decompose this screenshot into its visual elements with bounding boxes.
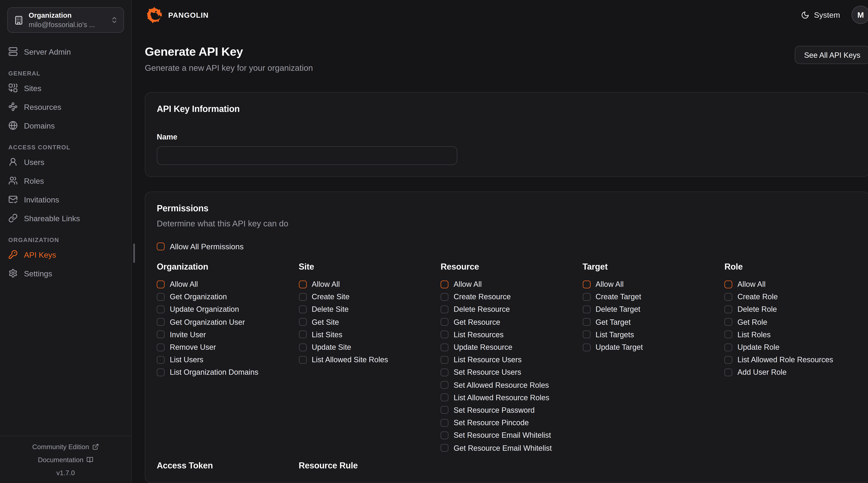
- permission-label: Allow All: [170, 280, 198, 288]
- permission-checkbox-site-list-allowed-site-roles[interactable]: [299, 356, 307, 364]
- permission-checkbox-resource-list-resources[interactable]: [441, 331, 448, 339]
- permission-row-resource-create-resource: Create Resource: [441, 291, 583, 303]
- permission-checkbox-organization-remove-user[interactable]: [157, 343, 164, 351]
- permission-row-role-create-role: Create Role: [724, 291, 858, 303]
- org-selector[interactable]: Organization milo@fossorial.io's ...: [7, 7, 124, 33]
- permissions-card-title: Permissions: [157, 203, 858, 214]
- sidebar-scrollbar-thumb[interactable]: [133, 244, 135, 263]
- sidebar-item-api-keys[interactable]: API Keys: [5, 245, 126, 264]
- permission-checkbox-role-allow-all[interactable]: [724, 280, 732, 288]
- permission-row-resource-get-resource-email-whitelist: Get Resource Email Whitelist: [441, 442, 583, 454]
- sidebar-item-shareable-links[interactable]: Shareable Links: [5, 209, 126, 227]
- permission-label: Allow All: [596, 280, 624, 288]
- permission-checkbox-target-allow-all[interactable]: [583, 280, 590, 288]
- permission-checkbox-role-list-allowed-role-resources[interactable]: [724, 356, 732, 364]
- permission-checkbox-role-delete-role[interactable]: [724, 305, 732, 313]
- permission-label: Delete Resource: [454, 305, 510, 314]
- permission-checkbox-resource-set-resource-email-whitelist[interactable]: [441, 431, 448, 439]
- permission-label: Set Resource Users: [454, 368, 521, 377]
- permission-label: Get Organization User: [170, 318, 245, 326]
- permission-label: Allow All: [738, 280, 766, 288]
- info-card-title: API Key Information: [157, 104, 858, 115]
- theme-toggle[interactable]: System: [801, 10, 840, 19]
- sidebar-item-label: Server Admin: [24, 47, 71, 56]
- permission-checkbox-organization-update-organization[interactable]: [157, 305, 164, 313]
- permission-checkbox-target-delete-target[interactable]: [583, 305, 590, 313]
- permission-row-resource-list-resources: List Resources: [441, 328, 583, 341]
- permission-row-target-get-target: Get Target: [583, 316, 724, 328]
- permission-checkbox-organization-invite-user[interactable]: [157, 331, 164, 339]
- permission-label: Update Resource: [454, 343, 513, 351]
- user-avatar[interactable]: M: [851, 6, 868, 24]
- permission-checkbox-role-add-user-role[interactable]: [724, 368, 732, 376]
- permission-checkbox-target-get-target[interactable]: [583, 318, 590, 326]
- permission-checkbox-role-update-role[interactable]: [724, 343, 732, 351]
- permission-checkbox-target-create-target[interactable]: [583, 293, 590, 301]
- permission-label: List Resource Users: [454, 356, 522, 364]
- documentation-link[interactable]: Documentation: [0, 456, 131, 464]
- sidebar-item-resources[interactable]: Resources: [5, 97, 126, 116]
- permission-checkbox-site-update-site[interactable]: [299, 343, 307, 351]
- permission-checkbox-resource-set-allowed-resource-roles[interactable]: [441, 381, 448, 389]
- permission-checkbox-resource-set-resource-pincode[interactable]: [441, 419, 448, 427]
- permission-row-target-update-target: Update Target: [583, 341, 724, 354]
- permission-checkbox-resource-list-resource-users[interactable]: [441, 356, 448, 364]
- permission-label: Get Resource Email Whitelist: [454, 444, 552, 452]
- permission-checkbox-site-allow-all[interactable]: [299, 280, 307, 288]
- permission-row-organization-allow-all: Allow All: [157, 278, 299, 291]
- sidebar-section-label-general: GENERAL: [8, 70, 126, 76]
- sidebar-item-sites[interactable]: Sites: [5, 78, 126, 97]
- see-all-api-keys-button[interactable]: See All API Keys: [795, 46, 868, 64]
- permission-row-target-delete-target: Delete Target: [583, 303, 724, 316]
- permission-checkbox-resource-delete-resource[interactable]: [441, 305, 448, 313]
- org-selector-text: Organization milo@fossorial.io's ...: [29, 11, 111, 29]
- permission-checkbox-resource-set-resource-password[interactable]: [441, 406, 448, 414]
- permission-checkbox-target-update-target[interactable]: [583, 343, 590, 351]
- permission-checkbox-target-list-targets[interactable]: [583, 331, 590, 339]
- permission-row-site-list-sites: List Sites: [299, 328, 441, 341]
- sidebar-footer-links: Community EditionDocumentation: [0, 443, 131, 464]
- permission-checkbox-organization-allow-all[interactable]: [157, 280, 164, 288]
- sidebar-item-settings[interactable]: Settings: [5, 264, 126, 283]
- permission-label: Set Resource Pincode: [454, 418, 529, 427]
- brand-name: PANGOLIN: [168, 11, 209, 19]
- permission-checkbox-resource-list-allowed-resource-roles[interactable]: [441, 394, 448, 401]
- permission-row-organization-remove-user: Remove User: [157, 341, 299, 354]
- permission-checkbox-resource-create-resource[interactable]: [441, 293, 448, 301]
- sidebar-item-domains[interactable]: Domains: [5, 116, 126, 135]
- permission-checkbox-site-get-site[interactable]: [299, 318, 307, 326]
- permission-label: Add User Role: [738, 368, 786, 377]
- permission-checkbox-organization-get-organization[interactable]: [157, 293, 164, 301]
- permission-checkbox-resource-get-resource[interactable]: [441, 318, 448, 326]
- permission-checkbox-resource-get-resource-email-whitelist[interactable]: [441, 444, 448, 452]
- permission-checkbox-site-list-sites[interactable]: [299, 331, 307, 339]
- section-heading-access-token: Access Token: [157, 460, 299, 470]
- permission-row-organization-list-users: List Users: [157, 353, 299, 366]
- sidebar-item-invitations[interactable]: Invitations: [5, 190, 126, 209]
- permission-label: List Allowed Role Resources: [738, 356, 833, 364]
- permission-checkbox-resource-update-resource[interactable]: [441, 343, 448, 351]
- permission-checkbox-organization-list-organization-domains[interactable]: [157, 368, 164, 376]
- permission-checkbox-role-get-role[interactable]: [724, 318, 732, 326]
- permission-checkbox-resource-set-resource-users[interactable]: [441, 368, 448, 376]
- community-edition-link[interactable]: Community Edition: [0, 443, 131, 451]
- permission-checkbox-resource-allow-all[interactable]: [441, 280, 448, 288]
- permission-label: List Targets: [596, 330, 634, 339]
- permission-label: Create Target: [596, 293, 641, 301]
- key-icon: [8, 250, 18, 259]
- permission-label: Allow All: [454, 280, 482, 288]
- permission-checkbox-organization-get-organization-user[interactable]: [157, 318, 164, 326]
- permission-checkbox-site-create-site[interactable]: [299, 293, 307, 301]
- permission-checkbox-organization-list-users[interactable]: [157, 356, 164, 364]
- permission-label: Invite User: [170, 330, 206, 339]
- permission-checkbox-site-delete-site[interactable]: [299, 305, 307, 313]
- name-input[interactable]: [157, 146, 457, 165]
- sidebar-item-roles[interactable]: Roles: [5, 171, 126, 190]
- permission-label: Get Resource: [454, 318, 500, 326]
- sidebar-item-server-admin[interactable]: Server Admin: [5, 42, 126, 61]
- permission-checkbox-role-list-roles[interactable]: [724, 331, 732, 339]
- sidebar-item-users[interactable]: Users: [5, 153, 126, 171]
- page-header: Generate API Key Generate a new API key …: [145, 45, 868, 73]
- allow-all-permissions-checkbox[interactable]: [157, 243, 164, 250]
- permission-checkbox-role-create-role[interactable]: [724, 293, 732, 301]
